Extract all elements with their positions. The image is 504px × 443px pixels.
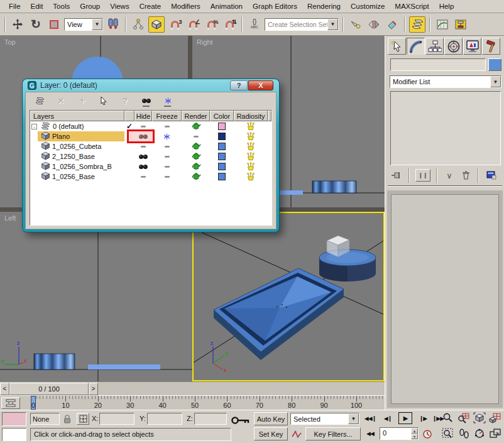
zoom-extents-icon[interactable] bbox=[472, 410, 487, 425]
layer-name-cell[interactable]: Plano bbox=[30, 131, 124, 141]
angle-snap-toggle-icon[interactable]: 3 bbox=[167, 16, 183, 33]
menu-item-group[interactable]: Group bbox=[75, 1, 105, 11]
layer-grid-header[interactable]: LayersHideFreezeRenderColorRadiosity bbox=[30, 111, 271, 121]
make-unique-icon[interactable]: ∨ bbox=[443, 170, 456, 181]
time-slider-handle[interactable]: 0 / 100 bbox=[9, 383, 89, 395]
key-mode-toggle-button[interactable]: ◀◀ bbox=[363, 428, 377, 439]
spinner-snap-toggle-icon[interactable]: ⇅ bbox=[221, 16, 238, 33]
auto-key-button[interactable]: Auto Key bbox=[254, 412, 288, 425]
column-header-Render[interactable]: Render bbox=[182, 111, 210, 121]
zoom-icon[interactable] bbox=[441, 410, 456, 425]
angle-snap-icon[interactable]: ∠ bbox=[185, 16, 201, 33]
viewport-left-label[interactable]: Left bbox=[4, 214, 16, 222]
render-cell[interactable] bbox=[182, 141, 210, 151]
layer-dialog[interactable]: G Layer: 0 (default) ? X ✕+? LayersHideF… bbox=[23, 79, 279, 232]
dropdown-arrow-icon[interactable]: ▼ bbox=[348, 413, 359, 424]
create-new-layer-icon[interactable] bbox=[33, 95, 46, 106]
show-end-result-icon[interactable]: ❙❙ bbox=[415, 169, 430, 182]
radiosity-cell[interactable] bbox=[234, 161, 268, 172]
align-icon[interactable] bbox=[384, 16, 400, 33]
layer-name-cell[interactable]: 1_0256_Cubeta bbox=[30, 141, 124, 151]
go-to-start-button[interactable]: ◀◀❙ bbox=[363, 413, 377, 424]
open-mini-curve-editor-button[interactable] bbox=[1, 397, 20, 409]
absolute-mode-transform-icon[interactable] bbox=[77, 413, 89, 425]
menu-item-graph-editors[interactable]: Graph Editors bbox=[248, 1, 302, 11]
time-configuration-icon[interactable] bbox=[421, 428, 434, 440]
expand-collapse-toggle[interactable]: - bbox=[31, 124, 37, 129]
freeze-cell[interactable] bbox=[152, 141, 182, 151]
layer-name-cell[interactable]: 1_0256_Base bbox=[30, 172, 124, 182]
menu-item-help[interactable]: Help bbox=[434, 1, 459, 11]
radiosity-cell[interactable] bbox=[234, 151, 268, 161]
color-cell[interactable] bbox=[210, 161, 234, 172]
hide-toggle-icon[interactable] bbox=[140, 95, 153, 106]
layer-name-cell[interactable]: 1_0256_Sombra_B bbox=[30, 161, 124, 172]
menu-item-views[interactable]: Views bbox=[105, 1, 134, 11]
curve-editor-icon[interactable] bbox=[434, 16, 451, 33]
x-coord-field[interactable] bbox=[99, 413, 134, 425]
key-selection-dropdown[interactable]: Selected ▼ bbox=[290, 413, 359, 425]
configure-modifier-sets-icon[interactable] bbox=[485, 170, 498, 181]
track-view-icon[interactable] bbox=[348, 16, 364, 33]
current-layer-cell[interactable] bbox=[124, 151, 134, 161]
freeze-cell[interactable] bbox=[152, 121, 182, 131]
zoom-all-icon[interactable] bbox=[456, 410, 471, 425]
menu-item-tools[interactable]: Tools bbox=[48, 1, 75, 11]
select-and-scale-icon[interactable] bbox=[46, 16, 62, 33]
layer-row-1_0256_Sombra_B[interactable]: 1_0256_Sombra_B bbox=[30, 161, 271, 172]
object-name-field[interactable] bbox=[390, 58, 486, 71]
percent-snap-toggle-icon[interactable]: % bbox=[203, 16, 219, 33]
select-and-manipulate-icon[interactable] bbox=[130, 16, 146, 33]
tray-side-view[interactable] bbox=[88, 364, 160, 369]
menu-item-edit[interactable]: Edit bbox=[26, 1, 48, 11]
tray-object[interactable] bbox=[214, 268, 344, 360]
frame-spinner[interactable]: ▲ ▼ bbox=[411, 428, 418, 439]
freeze-cell[interactable] bbox=[152, 161, 182, 172]
layer-manager-icon[interactable] bbox=[409, 16, 425, 33]
viewport-perspective[interactable]: z y x bbox=[192, 212, 385, 381]
use-pivot-point-center-icon[interactable] bbox=[105, 16, 121, 33]
pin-stack-icon[interactable] bbox=[389, 170, 403, 181]
maxscript-mini-listener-pink[interactable] bbox=[2, 412, 26, 426]
color-cell[interactable] bbox=[210, 141, 234, 151]
hide-cell[interactable] bbox=[134, 161, 152, 172]
reference-coordinate-system-dropdown[interactable]: View ▼ bbox=[64, 18, 103, 31]
column-header-Freeze[interactable]: Freeze bbox=[152, 111, 182, 121]
time-slider-next-button[interactable]: > bbox=[89, 383, 98, 395]
layer-row-2_1250_Base[interactable]: 2_1250_Base bbox=[30, 151, 271, 161]
remove-modifier-icon[interactable] bbox=[459, 170, 472, 181]
key-filters-button[interactable]: Key Filters... bbox=[305, 427, 361, 440]
arc-rotate-icon[interactable] bbox=[472, 426, 487, 441]
select-and-move-icon[interactable] bbox=[9, 16, 26, 33]
play-button[interactable]: ▶ bbox=[398, 412, 412, 424]
tab-motion[interactable] bbox=[444, 38, 463, 55]
color-cell[interactable] bbox=[210, 121, 234, 131]
color-cell[interactable] bbox=[210, 151, 234, 161]
snaps-toggle-3d-icon[interactable] bbox=[148, 16, 165, 33]
named-selection-set-dropdown[interactable]: Create Selection Set ▼ bbox=[265, 18, 339, 31]
render-cell[interactable] bbox=[182, 161, 210, 172]
viewport-top-label[interactable]: Top bbox=[4, 38, 16, 46]
menu-item-create[interactable]: Create bbox=[134, 1, 167, 11]
layer-name-cell[interactable]: 2_1250_Base bbox=[30, 151, 124, 161]
zoom-extents-all-icon[interactable] bbox=[488, 410, 503, 425]
selection-lock-icon[interactable] bbox=[62, 413, 72, 424]
y-coord-field[interactable] bbox=[147, 413, 182, 425]
viewport-right-label[interactable]: Right bbox=[197, 38, 213, 46]
menu-item-animation[interactable]: Animation bbox=[205, 1, 248, 11]
menu-item-rendering[interactable]: Rendering bbox=[302, 1, 346, 11]
previous-frame-button[interactable]: ◀❙ bbox=[381, 413, 395, 424]
mirror-icon[interactable] bbox=[366, 16, 382, 33]
cylinder-side-view[interactable] bbox=[34, 354, 75, 369]
current-layer-cell[interactable] bbox=[124, 172, 134, 182]
radiosity-cell[interactable] bbox=[234, 141, 268, 151]
menu-item-modifiers[interactable]: Modifiers bbox=[166, 1, 205, 11]
radiosity-cell[interactable] bbox=[234, 131, 268, 141]
radiosity-cell[interactable] bbox=[234, 121, 268, 131]
menu-item-customize[interactable]: Customize bbox=[346, 1, 390, 11]
dialog-help-button[interactable]: ? bbox=[230, 80, 248, 90]
column-header-Color[interactable]: Color bbox=[210, 111, 234, 121]
freeze-cell[interactable] bbox=[152, 151, 182, 161]
select-objects-in-layer-icon[interactable] bbox=[97, 95, 110, 106]
tab-create[interactable] bbox=[388, 38, 406, 55]
